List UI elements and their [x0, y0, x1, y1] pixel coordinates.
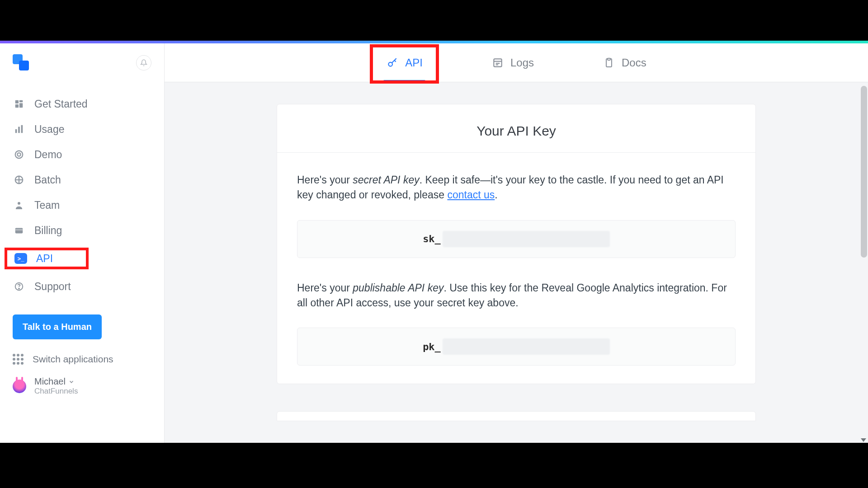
bar-chart-icon	[13, 123, 25, 136]
svg-point-8	[17, 153, 20, 156]
svg-rect-4	[15, 129, 17, 133]
key-icon	[386, 56, 399, 69]
tab-label: API	[405, 56, 423, 69]
svg-rect-0	[15, 100, 19, 103]
tab-label: Docs	[622, 56, 646, 69]
svg-point-16	[19, 288, 19, 289]
redacted-value	[443, 338, 610, 355]
notifications-button[interactable]	[136, 55, 151, 70]
secret-key-description: Here's your secret API key. Keep it safe…	[277, 153, 755, 205]
main: API Logs Docs	[165, 43, 868, 443]
sidebar: Get Started Usage Demo	[0, 43, 165, 443]
svg-rect-2	[15, 104, 19, 108]
svg-rect-23	[608, 58, 610, 60]
secret-key-prefix: sk_	[423, 233, 441, 244]
talk-to-human-button[interactable]: Talk to a Human	[13, 314, 102, 339]
sidebar-item-support[interactable]: Support	[13, 280, 151, 293]
publishable-key-description: Here's your publishable API key. Use thi…	[277, 258, 755, 313]
scrollbar[interactable]	[859, 82, 868, 443]
tab-label: Logs	[510, 56, 534, 69]
sidebar-item-team[interactable]: Team	[13, 199, 151, 211]
logo[interactable]	[13, 54, 30, 71]
highlight-box	[370, 44, 439, 84]
sidebar-item-label: Demo	[34, 149, 62, 161]
svg-rect-1	[19, 100, 23, 103]
sidebar-item-billing[interactable]: Billing	[13, 224, 151, 237]
secret-key-field[interactable]: sk_	[297, 220, 736, 258]
switch-applications-label: Switch applications	[33, 354, 113, 365]
sidebar-item-usage[interactable]: Usage	[13, 123, 151, 136]
sidebar-item-batch[interactable]: Batch	[13, 174, 151, 186]
help-icon	[13, 280, 25, 293]
publishable-key-prefix: pk_	[423, 341, 441, 352]
switch-applications[interactable]: Switch applications	[0, 350, 164, 375]
tab-docs[interactable]: Docs	[600, 43, 649, 82]
apps-grid-icon	[13, 354, 24, 365]
svg-rect-6	[21, 125, 23, 133]
target-icon	[13, 148, 25, 161]
user-menu[interactable]: Michael ChatFunnels	[0, 375, 164, 396]
tab-logs[interactable]: Logs	[489, 43, 537, 82]
tab-api[interactable]: API	[383, 43, 425, 82]
sidebar-item-label: Team	[34, 199, 60, 211]
scroll-down-icon[interactable]	[861, 438, 866, 442]
team-icon	[13, 199, 25, 211]
topbar: API Logs Docs	[165, 43, 868, 82]
docs-icon	[603, 56, 615, 69]
sidebar-nav: Get Started Usage Demo	[0, 98, 164, 293]
sidebar-item-label: Usage	[34, 123, 64, 136]
card-title: Your API Key	[292, 123, 741, 139]
grid4-icon	[13, 174, 25, 186]
svg-rect-13	[15, 228, 23, 234]
svg-point-12	[18, 202, 20, 205]
contact-us-link[interactable]: contact us	[447, 189, 495, 201]
redacted-value	[443, 231, 610, 247]
svg-rect-3	[19, 103, 23, 108]
svg-rect-5	[18, 127, 20, 133]
avatar	[13, 380, 26, 393]
api-key-card: Your API Key Here's your secret API key.…	[277, 104, 756, 384]
sidebar-item-label: Batch	[34, 174, 61, 186]
sidebar-item-label: Support	[34, 281, 71, 293]
app-window: Get Started Usage Demo	[0, 41, 868, 443]
dashboard-icon	[13, 98, 25, 110]
sidebar-item-demo[interactable]: Demo	[13, 148, 151, 161]
user-name: Michael	[34, 376, 66, 387]
sidebar-item-label: Billing	[34, 225, 62, 237]
publishable-key-field[interactable]: pk_	[297, 328, 736, 366]
next-card-peek	[277, 411, 756, 421]
sidebar-item-get-started[interactable]: Get Started	[13, 98, 151, 110]
scrollbar-thumb[interactable]	[861, 86, 867, 258]
svg-point-7	[15, 151, 23, 159]
sidebar-item-api[interactable]: >_ API	[14, 252, 150, 265]
sidebar-item-label: API	[36, 253, 53, 265]
logs-icon	[491, 56, 504, 69]
billing-icon	[13, 224, 25, 237]
chevron-down-icon	[68, 379, 75, 385]
terminal-icon: >_	[14, 252, 27, 265]
sidebar-item-label: Get Started	[34, 98, 88, 110]
content: Your API Key Here's your secret API key.…	[165, 82, 868, 443]
svg-rect-14	[15, 229, 23, 230]
user-org: ChatFunnels	[34, 387, 78, 396]
